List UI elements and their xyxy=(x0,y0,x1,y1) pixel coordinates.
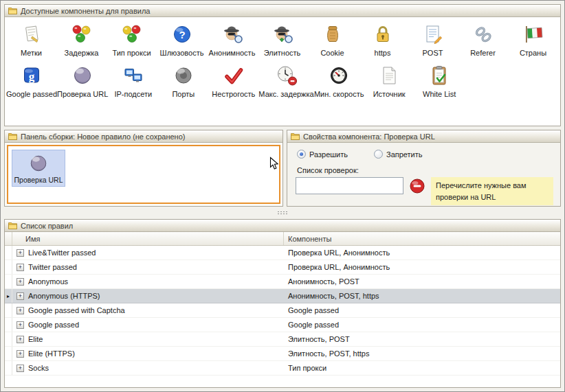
remove-button[interactable] xyxy=(410,178,425,194)
cookie-jar-icon xyxy=(322,23,344,45)
component-label: Анонимность xyxy=(209,49,256,57)
expand-icon[interactable]: + xyxy=(16,264,24,271)
url-check-sphere-icon xyxy=(28,153,49,174)
build-item-label: Проверка URL xyxy=(14,176,63,184)
rule-name: Elite xyxy=(28,335,43,343)
nonstrict-check-icon xyxy=(223,65,245,87)
components-row-1: Метки Задержка Тип прокси ? Шлюзовость А… xyxy=(6,23,559,57)
rule-name: Anonymous xyxy=(28,277,68,286)
component-item-delay[interactable]: Задержка xyxy=(56,23,107,57)
row-marker-gutter xyxy=(5,275,12,288)
build-panel-title: Панель сборки: Новое правило (не сохране… xyxy=(21,132,185,141)
column-header-name[interactable]: Имя xyxy=(12,232,283,245)
table-row[interactable]: +Twitter passed Проверка URL, Анонимност… xyxy=(5,260,560,275)
rule-name: Google passed with Captcha xyxy=(28,306,125,314)
row-marker-gutter xyxy=(5,318,12,332)
mouse-cursor xyxy=(269,157,278,170)
component-label: POST xyxy=(423,49,443,57)
table-row[interactable]: +Google passed with Captcha Google passe… xyxy=(5,303,560,318)
folder-icon xyxy=(8,7,17,14)
component-item-countries[interactable]: Страны xyxy=(508,23,558,57)
expand-icon[interactable]: + xyxy=(16,249,24,257)
table-row[interactable]: +Elite (HTTPS) Элитность, POST, https xyxy=(5,347,560,361)
rule-components: Элитность, POST, https xyxy=(283,347,560,360)
table-row[interactable]: +Anonymous Анонимность, POST xyxy=(5,275,560,289)
google-icon: g xyxy=(21,65,43,87)
component-item-nonstrict[interactable]: Нестрогость xyxy=(208,65,258,98)
radio-allow-dot[interactable] xyxy=(297,150,306,159)
component-label: Мин. скорость xyxy=(314,90,364,98)
component-item-proxy-type[interactable]: Тип прокси xyxy=(107,23,157,57)
countries-flag-icon xyxy=(522,23,544,45)
component-item-max-delay[interactable]: Макс. задержка xyxy=(258,65,313,98)
rule-components: Google passed xyxy=(283,318,560,332)
row-marker-gutter xyxy=(5,232,12,245)
rules-panel-header: Список правил xyxy=(5,220,560,232)
radio-deny-dot[interactable] xyxy=(374,150,383,159)
table-row-selected[interactable]: ▸ +Anonymous (HTTPS) Анонимность, POST, … xyxy=(5,289,560,303)
rule-components: Анонимность, POST xyxy=(283,275,560,288)
component-item-cookie[interactable]: Cookie xyxy=(307,23,357,57)
tags-icon xyxy=(21,23,43,45)
component-item-url-check[interactable]: Проверка URL xyxy=(57,65,108,98)
rule-components: Проверка URL, Анонимность xyxy=(283,246,560,260)
rule-name: Socks xyxy=(28,364,49,372)
component-item-referer[interactable]: Referer xyxy=(458,23,508,57)
mode-radio-group: Разрешить Запретить xyxy=(297,150,553,159)
checks-row: Перечислите нужные вам проверки на URL xyxy=(296,177,553,205)
column-header-components[interactable]: Компоненты xyxy=(283,232,560,245)
row-marker-gutter xyxy=(5,303,12,317)
component-item-gateway[interactable]: ? Шлюзовость xyxy=(157,23,207,57)
expand-icon[interactable]: + xyxy=(16,278,24,286)
expand-icon[interactable]: + xyxy=(16,365,24,372)
row-marker-gutter xyxy=(5,347,12,360)
horizontal-splitter[interactable] xyxy=(4,210,561,216)
component-item-tags[interactable]: Метки xyxy=(6,23,56,57)
component-item-ports[interactable]: Порты xyxy=(158,65,208,98)
expand-icon[interactable]: + xyxy=(16,350,24,358)
component-item-post[interactable]: POST xyxy=(408,23,458,57)
expand-icon[interactable]: + xyxy=(16,321,24,329)
component-label: Макс. задержка xyxy=(258,90,313,98)
folder-icon xyxy=(291,132,300,140)
components-panel-title: Доступные компоненты для правила xyxy=(21,7,151,15)
expand-icon[interactable]: + xyxy=(16,307,24,314)
component-item-ip-subnets[interactable]: IP-подсети xyxy=(108,65,158,98)
build-panel-header: Панель сборки: Новое правило (не сохране… xyxy=(5,130,282,143)
rule-name: Google passed xyxy=(28,321,79,329)
middle-section: Панель сборки: Новое правило (не сохране… xyxy=(4,130,561,207)
table-row[interactable]: +Google passed Google passed xyxy=(5,318,560,332)
row-marker-gutter xyxy=(5,260,12,274)
table-row[interactable]: +Socks Тип прокси xyxy=(5,361,560,376)
component-item-min-speed[interactable]: Мин. скорость xyxy=(314,65,364,98)
build-item-url-check[interactable]: Проверка URL xyxy=(12,150,65,187)
component-label: White List xyxy=(423,90,456,98)
component-item-white-list[interactable]: White List xyxy=(414,65,465,98)
splitter-grip-icon xyxy=(277,211,288,215)
component-label: Нестрогость xyxy=(212,90,255,98)
component-label: Задержка xyxy=(65,49,99,57)
expand-icon[interactable]: + xyxy=(16,292,24,300)
max-delay-clock-icon xyxy=(276,65,298,87)
radio-allow[interactable]: Разрешить xyxy=(297,150,348,159)
component-label: https xyxy=(375,49,391,57)
component-label: Источник xyxy=(373,90,406,98)
build-drop-zone[interactable]: Проверка URL xyxy=(7,145,280,204)
table-row[interactable]: +Live&Twitter passed Проверка URL, Анони… xyxy=(5,246,560,260)
checks-input[interactable] xyxy=(296,177,403,194)
build-area[interactable]: Проверка URL xyxy=(5,143,282,206)
expand-icon[interactable]: + xyxy=(16,336,24,343)
radio-deny[interactable]: Запретить xyxy=(374,150,423,159)
component-item-anonymity[interactable]: Анонимность xyxy=(207,23,257,57)
component-item-google-passed[interactable]: g Google passed xyxy=(6,65,57,98)
component-label: Метки xyxy=(21,49,42,57)
components-row-2: g Google passed Проверка URL IP-подсети … xyxy=(6,65,559,98)
component-item-https[interactable]: https xyxy=(357,23,408,57)
rule-name: Elite (HTTPS) xyxy=(28,349,75,358)
radio-allow-label: Разрешить xyxy=(309,150,348,159)
component-item-source[interactable]: Источник xyxy=(364,65,414,98)
component-item-elite[interactable]: Элитность xyxy=(257,23,307,57)
rule-name: Anonymous (HTTPS) xyxy=(28,292,100,300)
ports-sphere-icon xyxy=(173,65,195,87)
table-row[interactable]: +Elite Элитность, POST xyxy=(5,332,560,347)
